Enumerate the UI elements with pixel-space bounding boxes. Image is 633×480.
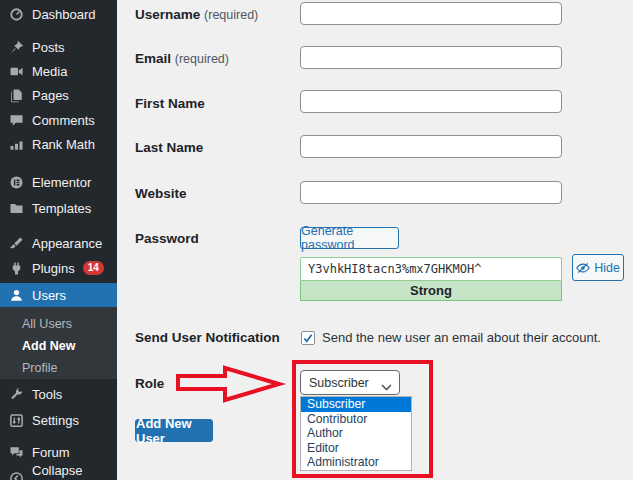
rank-math-chart-icon [8,136,24,152]
sidebar-item-pages[interactable]: Pages [0,83,117,107]
media-icon [8,63,24,79]
submenu-item-all-users[interactable]: All Users [0,313,117,335]
elementor-icon [8,174,24,190]
website-label: Website [135,186,187,201]
pages-icon [8,87,24,103]
sidebar-item-rank-math[interactable]: Rank Math [0,132,117,156]
submenu-item-add-new[interactable]: Add New [0,335,117,357]
first-name-input[interactable] [300,90,562,113]
role-option-author[interactable]: Author [301,426,411,441]
role-option-contributor[interactable]: Contributor [301,412,411,427]
sidebar-item-label: Posts [32,40,65,55]
comment-bubble-icon [8,112,24,128]
sidebar-item-label: Templates [32,201,91,216]
settings-sliders-icon [8,412,24,428]
sidebar-item-label: Settings [32,413,79,428]
sidebar-item-label: Collapse menu [32,463,117,480]
sidebar-item-posts[interactable]: Posts [0,35,117,59]
hide-password-button[interactable]: Hide [572,254,624,281]
password-input[interactable]: Y3vhkHI8tacn3%mx7GHKMOH^ [300,257,562,281]
send-notification-text: Send the new user an email about their a… [322,330,601,345]
sidebar-item-label: Dashboard [32,7,96,22]
sidebar-item-media[interactable]: Media [0,59,117,83]
role-option-editor[interactable]: Editor [301,441,411,456]
users-submenu: All Users Add New Profile [0,307,117,379]
sidebar-item-settings[interactable]: Settings [0,408,117,432]
generate-password-button[interactable]: Generate password [300,227,399,249]
plugins-count-badge: 14 [83,261,104,275]
checkmark-icon [303,334,313,343]
first-name-label: First Name [135,96,205,111]
sidebar-item-dashboard[interactable]: Dashboard [0,2,117,26]
plugin-icon [8,260,24,276]
role-option-subscriber[interactable]: Subscriber [301,397,411,412]
sidebar-item-label: Pages [32,88,69,103]
sidebar-item-users[interactable]: Users [0,283,117,307]
password-label: Password [135,231,199,246]
website-input[interactable] [300,181,562,204]
role-select[interactable]: Subscriber [300,370,400,395]
submenu-item-profile[interactable]: Profile [0,357,117,379]
folder-icon [8,200,24,216]
last-name-input[interactable] [300,135,562,158]
password-strength-meter: Strong [300,281,562,301]
paintbrush-icon [8,235,24,251]
active-menu-notch [624,285,633,303]
sidebar-item-forum[interactable]: Forum [0,440,117,464]
sidebar-item-tools[interactable]: Tools [0,382,117,406]
send-notification-checkbox[interactable] [301,331,315,345]
sidebar-item-elementor[interactable]: Elementor [0,170,117,194]
sidebar-item-label: Forum [32,445,70,460]
sidebar-item-label: Comments [32,113,95,128]
admin-sidebar: Dashboard Posts Media Pages Comments Ran… [0,0,117,480]
role-dropdown-list: Subscriber Contributor Author Editor Adm… [300,396,412,471]
sidebar-item-label: Rank Math [32,137,95,152]
send-user-notification-label: Send User Notification [135,330,280,345]
sidebar-item-label: Elementor [32,175,91,190]
add-new-user-button[interactable]: Add New User [135,419,213,442]
sidebar-item-templates[interactable]: Templates [0,196,117,220]
red-arrow-annotation [145,358,297,410]
username-label: Username (required) [135,7,258,22]
user-icon [8,287,24,303]
sidebar-item-plugins[interactable]: Plugins 14 [0,256,117,280]
email-input[interactable] [300,46,562,69]
sidebar-item-label: Plugins [32,261,75,276]
role-option-administrator[interactable]: Administrator [301,455,411,470]
chevron-down-icon [381,380,392,394]
wrench-icon [8,386,24,402]
dashboard-icon [8,6,24,22]
last-name-label: Last Name [135,140,203,155]
sidebar-item-label: Media [32,64,67,79]
sidebar-item-comments[interactable]: Comments [0,108,117,132]
collapse-arrow-icon [8,470,24,480]
sidebar-item-appearance[interactable]: Appearance [0,231,117,255]
email-label: Email (required) [135,51,229,66]
eye-slash-icon [576,262,590,274]
sidebar-item-label: Appearance [32,236,102,251]
username-input[interactable] [300,2,562,25]
pushpin-icon [8,39,24,55]
sidebar-item-label: Tools [32,387,62,402]
forum-chat-icon [8,444,24,460]
sidebar-item-label: Users [32,288,66,303]
sidebar-item-collapse-menu[interactable]: Collapse menu [0,466,117,480]
add-new-user-page: Dashboard Posts Media Pages Comments Ran… [0,0,633,480]
role-label: Role [135,376,164,391]
